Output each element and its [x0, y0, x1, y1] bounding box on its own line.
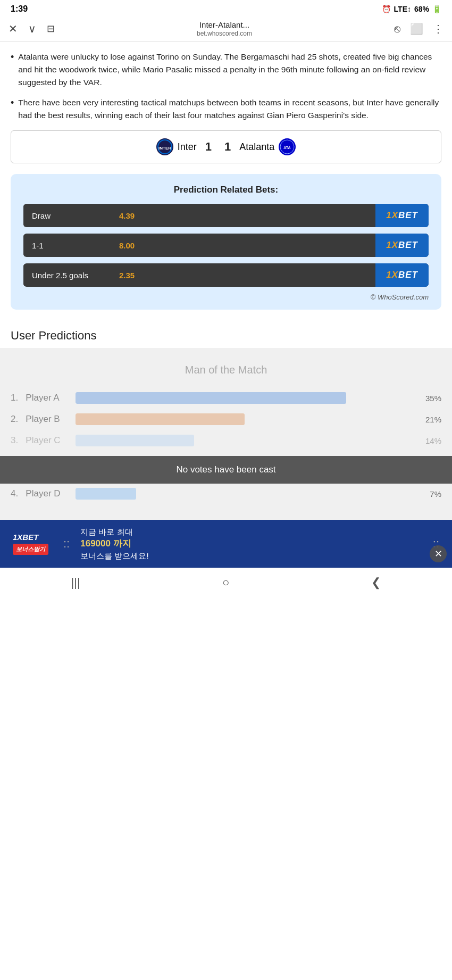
player-c-rank: 3. — [11, 435, 18, 445]
tabs-icon[interactable]: ⊟ — [47, 23, 55, 35]
bet-odds-1-1: 8.00 — [114, 235, 375, 256]
player-row-c: 3. Player C 14% — [11, 435, 441, 446]
score2: 1 — [224, 140, 231, 154]
bullet-dot-1: • — [11, 51, 14, 89]
bet-row-draw[interactable]: Draw 4.39 1X BET — [23, 204, 429, 227]
more-icon[interactable]: ⋮ — [433, 22, 443, 35]
nav-home-icon[interactable]: ○ — [222, 576, 229, 589]
bet-bet-1-1: BET — [398, 240, 418, 251]
score-display: 1 1 — [205, 140, 231, 154]
bet-x-1-1: 1X — [386, 240, 398, 251]
player-a-bar — [76, 392, 346, 404]
battery-icon: 🔋 — [432, 5, 441, 13]
page-title: Inter-Atalant... — [199, 20, 249, 30]
bet-button-under[interactable]: 1X BET — [375, 263, 429, 287]
alarm-icon: ⏰ — [382, 5, 391, 13]
ad-close-button[interactable]: ✕ — [430, 545, 447, 562]
player-row-d: 4. Player D 7% — [11, 488, 441, 500]
page-url: bet.whoscored.com — [197, 30, 252, 37]
bet-bet-draw: BET — [398, 210, 418, 221]
bookmark-icon[interactable]: ⬜ — [410, 22, 423, 35]
battery-text: 68% — [414, 5, 429, 13]
player-d-bar-container — [76, 488, 414, 500]
bet-label-1-1: 1-1 — [23, 235, 114, 256]
bet-row-1-1[interactable]: 1-1 8.00 1X BET — [23, 234, 429, 257]
bullet-section: • Atalanta were unlucky to lose against … — [11, 51, 441, 122]
user-predictions-title: User Predictions — [11, 329, 441, 343]
browser-action-icons: ⎋ ⬜ ⋮ — [394, 22, 443, 35]
score-box: INTER Inter 1 1 Atalanta ATA — [11, 130, 441, 163]
bet-button-draw[interactable]: 1X BET — [375, 204, 429, 227]
bet-bet-under: BET — [398, 270, 418, 280]
bet-label-under: Under 2.5 goals — [23, 264, 114, 286]
player-a-bar-container — [76, 392, 414, 404]
player-row-a: 1. Player A 35% — [11, 392, 441, 404]
no-votes-text: No votes have been cast — [176, 464, 275, 475]
player-c-name: Player C — [26, 435, 60, 445]
atalanta-logo: ATA — [279, 138, 296, 155]
player-a-rank-name: 1. Player A — [11, 393, 69, 403]
whoscored-credit: © WhoScored.com — [23, 293, 429, 301]
motm-title: Man of the Match — [11, 364, 441, 376]
bet-odds-under: 2.35 — [114, 264, 375, 286]
player-c-rank-name: 3. Player C — [11, 435, 69, 446]
bullet-item-2: • There have been very interesting tacti… — [11, 96, 441, 122]
motm-section: Man of the Match 1. Player A 35% 2. Play… — [0, 348, 452, 520]
browser-nav-icons: ✕ ∨ ⊟ — [9, 22, 55, 35]
player-d-name: Player D — [26, 488, 60, 499]
main-content: • Atalanta were unlucky to lose against … — [0, 42, 452, 318]
ad-badge-text[interactable]: 보너스받기 — [13, 544, 48, 555]
svg-text:INTER: INTER — [158, 146, 171, 151]
player-b-name: Player B — [26, 414, 60, 424]
player-d-pct: 7% — [420, 489, 441, 499]
ad-line1: 지금 바로 최대 — [80, 526, 422, 537]
ad-brand-text: 1XBET — [13, 533, 48, 542]
player-a-pct: 35% — [420, 394, 441, 403]
ad-amount: 169000 까지 — [80, 537, 422, 550]
user-predictions-section: User Predictions Man of the Match 1. Pla… — [0, 318, 452, 520]
player-c-pct: 14% — [420, 436, 441, 445]
svg-text:ATA: ATA — [284, 146, 291, 150]
ad-1xbet-brand: 1XBET 보너스받기 — [9, 530, 53, 557]
player-d-bar — [76, 488, 136, 500]
team2-info: Atalanta ATA — [239, 138, 296, 155]
player-b-bar-container — [76, 413, 414, 425]
bottom-nav-bar: ||| ○ ❮ — [0, 568, 452, 595]
player-c-bar-container — [76, 435, 414, 446]
no-votes-toast: No votes have been cast — [0, 456, 452, 484]
ad-close-icon: ✕ — [434, 548, 442, 560]
address-bar[interactable]: Inter-Atalant... bet.whoscored.com — [65, 20, 383, 37]
browser-bar: ✕ ∨ ⊟ Inter-Atalant... bet.whoscored.com… — [0, 16, 452, 42]
score1: 1 — [205, 140, 212, 154]
ad-divider: :: — [59, 537, 74, 551]
status-bar: 1:39 ⏰ LTE↕ 68% 🔋 — [0, 0, 452, 16]
ad-text-block: 지금 바로 최대 169000 까지 보너스를 받으세요! — [80, 526, 422, 561]
bullet-dot-2: • — [11, 96, 14, 122]
player-b-rank-name: 2. Player B — [11, 414, 69, 425]
player-a-name: Player A — [26, 393, 59, 403]
player-d-rank: 4. — [11, 488, 18, 499]
chevron-down-icon[interactable]: ∨ — [28, 22, 36, 35]
nav-menu-icon[interactable]: ||| — [71, 576, 80, 589]
bet-label-draw: Draw — [23, 205, 114, 227]
team1-info: INTER Inter — [156, 138, 197, 155]
player-a-rank: 1. — [11, 393, 18, 403]
close-icon[interactable]: ✕ — [9, 22, 18, 35]
player-b-bar — [76, 413, 245, 425]
bullet-text-2: There have been very interesting tactica… — [18, 96, 441, 122]
team2-name: Atalanta — [239, 142, 274, 153]
bullet-item-1: • Atalanta were unlucky to lose against … — [11, 51, 441, 89]
player-b-rank: 2. — [11, 414, 18, 424]
share-icon[interactable]: ⎋ — [394, 23, 400, 35]
bet-button-1-1[interactable]: 1X BET — [375, 234, 429, 257]
bet-x-draw: 1X — [386, 210, 398, 221]
nav-back-icon[interactable]: ❮ — [371, 576, 381, 589]
bet-row-under[interactable]: Under 2.5 goals 2.35 1X BET — [23, 263, 429, 287]
ad-banner[interactable]: 1XBET 보너스받기 :: 지금 바로 최대 169000 까지 보너스를 받… — [0, 520, 452, 568]
inter-logo: INTER — [156, 138, 173, 155]
time: 1:39 — [11, 4, 28, 14]
player-row-b: 2. Player B 21% — [11, 413, 441, 425]
prediction-title: Prediction Related Bets: — [23, 185, 429, 195]
bet-odds-draw: 4.39 — [114, 205, 375, 227]
ad-line2: 보너스를 받으세요! — [80, 550, 422, 561]
